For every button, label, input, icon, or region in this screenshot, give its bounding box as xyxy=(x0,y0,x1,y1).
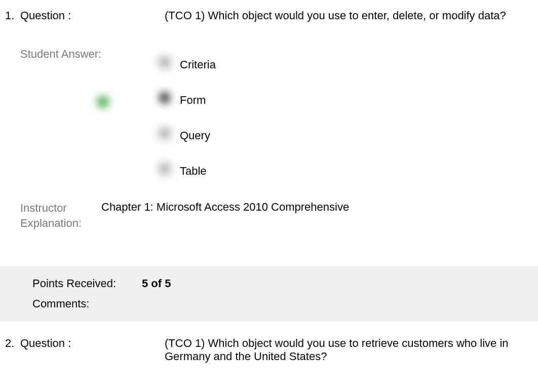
radio-icon xyxy=(159,57,170,68)
question-header-row: 1. Question : (TCO 1) Which object would… xyxy=(0,9,538,22)
answer-option: Table xyxy=(149,151,533,186)
option-text: Form xyxy=(180,89,206,107)
instructor-explanation-label: Instructor Explanation: xyxy=(20,202,82,229)
points-block: Points Received: 5 of 5 Comments: xyxy=(0,266,538,322)
question-number: 1. xyxy=(5,9,20,22)
question-text: (TCO 1) Which object would you use to re… xyxy=(165,337,533,363)
comments-label: Comments: xyxy=(5,297,142,310)
question-number: 2. xyxy=(5,337,20,350)
student-answer-label: Student Answer: xyxy=(20,48,101,60)
option-text: Table xyxy=(180,160,207,178)
radio-icon xyxy=(159,163,170,174)
answer-option: Criteria xyxy=(149,45,533,80)
instructor-explanation-row: Instructor Explanation: Chapter 1: Micro… xyxy=(0,201,538,230)
points-received-value: 5 of 5 xyxy=(142,277,171,290)
answer-options: Criteria Form Query Table xyxy=(149,48,533,186)
answer-option: Form xyxy=(149,80,533,115)
checkmark-icon xyxy=(97,96,109,108)
points-received-label: Points Received: xyxy=(5,277,142,290)
answer-option: Query xyxy=(149,115,533,151)
radio-icon xyxy=(159,128,170,139)
instructor-explanation: Chapter 1: Microsoft Access 2010 Compreh… xyxy=(101,201,533,214)
question-label: Question : xyxy=(20,9,71,22)
student-answer-row: Student Answer: Criteria Form Query xyxy=(0,48,538,186)
option-text: Query xyxy=(180,124,210,142)
question-2: 2. Question : (TCO 1) Which object would… xyxy=(0,322,538,363)
question-text: (TCO 1) Which object would you use to en… xyxy=(165,9,533,22)
question-header-row: 2. Question : (TCO 1) Which object would… xyxy=(0,337,538,363)
radio-icon xyxy=(159,92,170,103)
question-1: 1. Question : (TCO 1) Which object would… xyxy=(0,0,538,322)
question-label: Question : xyxy=(20,337,71,349)
option-text: Criteria xyxy=(180,53,216,71)
